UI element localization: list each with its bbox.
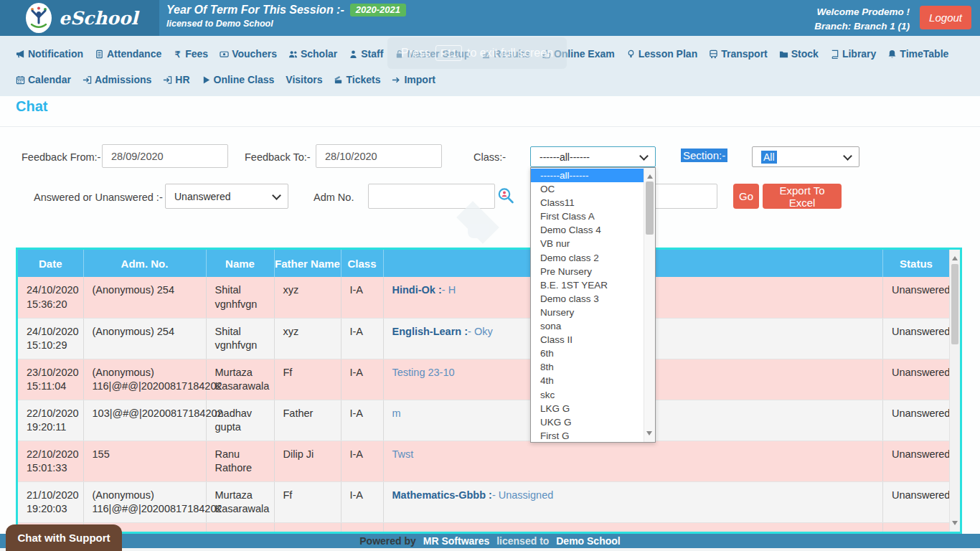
feedback-to-input[interactable] (316, 144, 442, 168)
chat-with-support-button[interactable]: Chat with Support (6, 524, 122, 551)
nav-label: Notification (28, 48, 83, 60)
nav-item-master-setup[interactable]: Master Setup (395, 48, 470, 60)
scroll-up-arrow-icon[interactable] (647, 171, 653, 179)
col-header-date: Date (18, 250, 83, 277)
nav-item-hr[interactable]: HR (163, 74, 189, 85)
answered-select-value: Unanswered (174, 191, 231, 202)
scroll-down-arrow-icon[interactable] (952, 521, 958, 528)
class-option[interactable]: Demo class 3 (531, 292, 644, 306)
session-year-badge: 2020-2021 (350, 4, 406, 17)
cell-date: 24/10/202015:36:20 (18, 277, 83, 318)
adm-no-input[interactable] (368, 184, 495, 209)
table-row[interactable]: 22/10/202019:20:11103|@#@|20200817184202… (18, 400, 950, 441)
nav-item-online-class[interactable]: Online Class (202, 74, 275, 85)
cell-adm-no: (Anonymous) 254 (83, 277, 206, 318)
nav-item-admissions[interactable]: Admissions (83, 74, 151, 85)
class-option[interactable]: Demo class 2 (531, 251, 644, 265)
nav-item-fees[interactable]: ₹Fees (173, 48, 208, 60)
cell-name: Murtaza Kasarawala (206, 481, 274, 522)
nav-item-timetable[interactable]: TimeTable (887, 48, 948, 60)
export-to-excel-button[interactable]: Export To Excel (763, 184, 842, 209)
nav-item-results[interactable]: Results (481, 48, 530, 60)
class-option[interactable]: First G (531, 429, 644, 442)
nav-item-online-exam[interactable]: Online Exam (542, 48, 615, 60)
nav-item-scholar[interactable]: Scholar (288, 48, 337, 60)
top-header: eSchool Year Of Term For This Session :-… (0, 0, 980, 36)
class-option[interactable]: sona (531, 319, 644, 333)
class-option[interactable]: VB nur (531, 237, 644, 250)
nav-label: Visitors (286, 74, 322, 85)
class-option[interactable]: 6th (531, 347, 644, 360)
cell-class: I-A (341, 318, 383, 359)
answered-select[interactable]: Unanswered (165, 184, 288, 209)
title-divider (0, 126, 980, 127)
dropdown-scrollbar-thumb[interactable] (646, 182, 654, 235)
class-dropdown-list: ------all------OCClass11First Class ADem… (530, 167, 656, 443)
class-option[interactable]: Class11 (531, 196, 644, 209)
logout-button[interactable]: Logout (920, 6, 971, 29)
search-student-icon[interactable] (496, 187, 515, 208)
nav-item-library[interactable]: Library (830, 48, 876, 60)
table-row[interactable]: 24/10/202015:36:20(Anonymous) 254Shital … (18, 277, 950, 318)
scroll-up-arrow-icon[interactable] (952, 253, 958, 260)
class-option[interactable]: ------all------ (531, 169, 644, 182)
nav-label: HR (175, 74, 189, 85)
class-option[interactable]: OC (531, 182, 644, 196)
nav-item-vouchers[interactable]: Vouchers (220, 48, 277, 60)
class-option[interactable]: Class II (531, 333, 644, 347)
nav-item-staff[interactable]: Staff (349, 48, 383, 60)
class-select[interactable]: ------all------ (530, 146, 656, 167)
cell-name: Murtaza Kasarawala (206, 359, 274, 400)
nav-item-visitors[interactable]: Visitors (286, 74, 322, 85)
col-header-name: Name (206, 250, 274, 277)
staff-icon (349, 50, 358, 59)
cell-adm-no: (Anonymous) 254 (83, 318, 206, 359)
cell-date: 23/10/202015:11:04 (18, 359, 83, 400)
nav-label: Fees (185, 48, 208, 60)
class-option[interactable]: LKG G (531, 402, 644, 415)
class-option[interactable]: B.E. 1ST YEAR (531, 278, 644, 292)
class-option[interactable]: 4th (531, 374, 644, 387)
class-option[interactable]: Demo Class 4 (531, 223, 644, 237)
go-button[interactable]: Go (733, 184, 759, 209)
table-row[interactable] (18, 522, 950, 534)
nav-item-transport[interactable]: Transport (709, 48, 768, 60)
table-scrollbar[interactable] (949, 250, 960, 532)
feedback-from-input[interactable] (102, 144, 228, 168)
library-icon (830, 50, 839, 59)
cell-status: Unanswered (883, 441, 950, 481)
megaphone-icon (16, 50, 25, 59)
class-option[interactable]: 8th (531, 360, 644, 374)
nav-item-notification[interactable]: Notification (16, 48, 83, 60)
nav-item-lesson-plan[interactable]: Lesson Plan (626, 48, 697, 60)
table-row[interactable]: 21/10/202019:20:03(Anonymous) 116|@#@|20… (18, 481, 950, 522)
nav-label: Online Class (214, 74, 275, 85)
nav-item-import[interactable]: Import (392, 74, 435, 85)
table-row[interactable]: 24/10/202015:10:29(Anonymous) 254Shital … (18, 318, 950, 359)
cell-name: Shital vgnhfvgn (206, 277, 274, 318)
play-icon (202, 75, 211, 85)
section-select-value: All (761, 151, 777, 164)
class-option[interactable]: First Class A (531, 209, 644, 223)
cell-father-name: Father (274, 400, 341, 441)
nav-item-attendance[interactable]: Attendance (95, 48, 161, 60)
nav-item-calendar[interactable]: Calendar (16, 74, 71, 85)
lesson-plan-icon (626, 50, 636, 59)
scrollbar-thumb[interactable] (951, 264, 958, 344)
main-navigation: NotificationAttendance₹FeesVouchersSchol… (0, 36, 980, 96)
class-option[interactable]: UKG G (531, 415, 644, 429)
cell-date: 21/10/202019:20:03 (18, 481, 83, 522)
eschool-logo (26, 3, 52, 33)
scroll-down-arrow-icon[interactable] (646, 431, 652, 438)
class-option[interactable]: Pre Nursery (531, 265, 644, 278)
nav-item-tickets[interactable]: Tickets (334, 74, 380, 85)
class-option[interactable]: Nursery (531, 306, 644, 319)
table-row[interactable]: 22/10/202015:01:33155Ranu RathoreDilip J… (18, 441, 950, 481)
section-select[interactable]: All (752, 146, 859, 167)
class-option[interactable]: skc (531, 388, 644, 402)
cell-status: Unanswered (883, 359, 950, 400)
dropdown-scrollbar[interactable] (644, 168, 655, 442)
table-row[interactable]: 23/10/202015:11:04(Anonymous) 116|@#@|20… (18, 359, 950, 400)
cell-name (206, 522, 274, 534)
nav-item-stock[interactable]: Stock (779, 48, 819, 60)
